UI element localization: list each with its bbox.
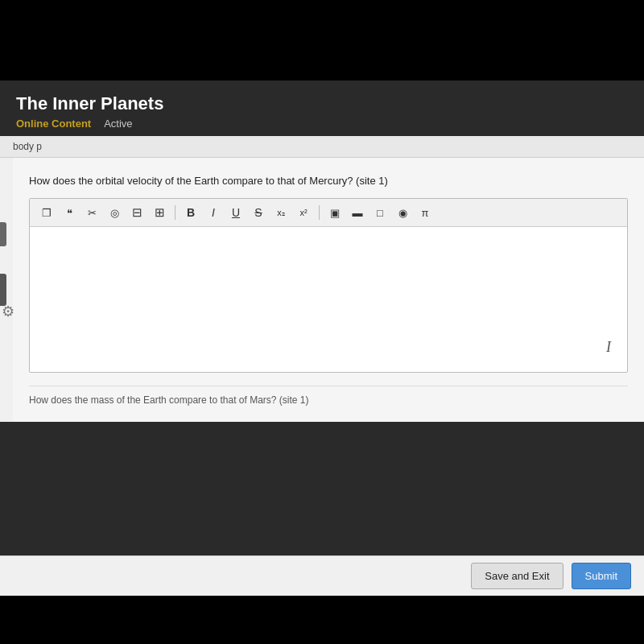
cut-icon[interactable]: ✂ xyxy=(83,204,101,221)
left-tab[interactable] xyxy=(0,274,6,306)
italic-button[interactable]: I xyxy=(204,204,222,221)
pi-icon[interactable]: π xyxy=(416,204,434,221)
copy-icon[interactable]: ❐ xyxy=(38,204,56,221)
globe-icon[interactable]: ◉ xyxy=(394,204,411,221)
content-area: body p ⚙ How does the orbital velocity o… xyxy=(0,136,644,422)
media-icon[interactable]: ▣ xyxy=(326,204,344,221)
box-icon[interactable]: □ xyxy=(371,204,389,221)
next-question-preview: How does the mass of the Earth compare t… xyxy=(29,386,628,406)
breadcrumb: body p xyxy=(0,136,644,158)
underline-button[interactable]: U xyxy=(227,204,245,221)
main-content: How does the orbital velocity of the Ear… xyxy=(13,158,644,422)
subscript-button[interactable]: x₂ xyxy=(272,204,290,221)
indent-increase-icon[interactable]: ⊞ xyxy=(151,204,168,221)
nav-online-content[interactable]: Online Content xyxy=(16,118,91,130)
nav-active-status: Active xyxy=(104,118,132,130)
footer-bar: Save and Exit Submit xyxy=(0,555,644,596)
question-text: How does the orbital velocity of the Ear… xyxy=(29,174,628,188)
toolbar-sep-2 xyxy=(319,205,320,220)
quote-icon[interactable]: ❝ xyxy=(60,204,78,221)
cursor-indicator: I xyxy=(606,339,611,356)
gear-icon[interactable]: ⚙ xyxy=(2,303,14,320)
breadcrumb-text: body p xyxy=(13,141,42,152)
page-header: The Inner Planets Online Content Active xyxy=(0,80,644,136)
save-exit-button[interactable]: Save and Exit xyxy=(471,563,563,589)
text-editor: ❐ ❝ ✂ ◎ ⊟ ⊞ B I U S x₂ x² ▣ xyxy=(29,198,628,373)
submit-button[interactable]: Submit xyxy=(572,563,631,589)
toolbar-sep-1 xyxy=(175,205,175,220)
editor-body[interactable]: I xyxy=(30,227,627,372)
page-title: The Inner Planets xyxy=(16,93,628,114)
header-nav: Online Content Active xyxy=(16,118,628,130)
bold-button[interactable]: B xyxy=(182,204,200,221)
superscript-button[interactable]: x² xyxy=(295,204,312,221)
media2-icon[interactable]: ▬ xyxy=(349,204,366,221)
editor-toolbar: ❐ ❝ ✂ ◎ ⊟ ⊞ B I U S x₂ x² ▣ xyxy=(30,199,627,227)
target-icon[interactable]: ◎ xyxy=(105,204,123,221)
left-tab-2[interactable] xyxy=(0,222,6,246)
indent-decrease-icon[interactable]: ⊟ xyxy=(128,204,146,221)
strikethrough-button[interactable]: S xyxy=(250,204,267,221)
